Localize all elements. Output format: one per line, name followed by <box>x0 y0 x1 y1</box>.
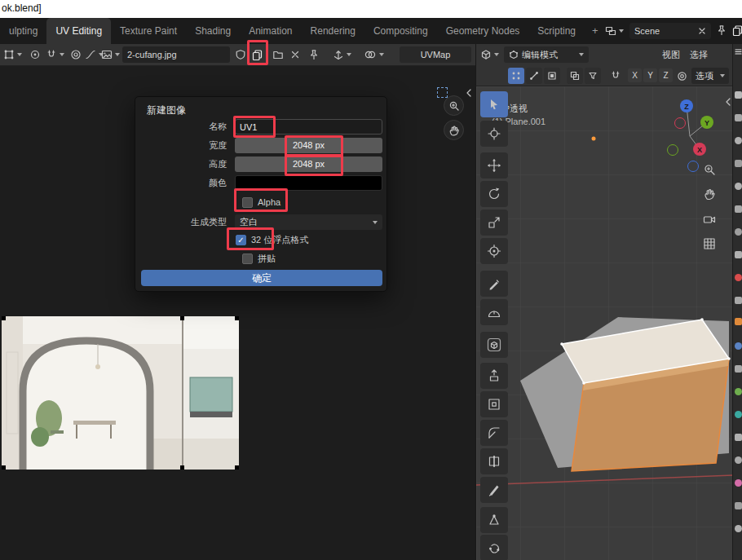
mode-selector[interactable]: 编辑模式 <box>504 46 589 63</box>
properties-tab-icon[interactable] <box>735 318 742 325</box>
tool-spin[interactable] <box>480 535 508 560</box>
pivot-point-button[interactable] <box>29 44 41 65</box>
tool-tweak-select[interactable] <box>480 91 508 117</box>
tab-scripting[interactable]: Scripting <box>528 18 585 44</box>
tab-rendering[interactable]: Rendering <box>302 18 364 44</box>
menu-select[interactable]: 选择 <box>690 44 708 65</box>
properties-tab-icon[interactable] <box>735 456 742 464</box>
axis-y-button[interactable]: Y <box>643 68 657 82</box>
navigation-gizmo[interactable]: Z Y X <box>645 96 733 186</box>
width-slider[interactable]: 2048 px <box>235 138 382 153</box>
tab-animation[interactable]: Animation <box>240 18 301 44</box>
viewport-zoom-button[interactable] <box>703 163 716 176</box>
snap-toggle[interactable] <box>610 65 621 86</box>
tool-add-cube[interactable] <box>480 332 508 358</box>
new-scene-button[interactable] <box>731 24 742 37</box>
ok-button[interactable]: 确定 <box>141 270 382 286</box>
scene-selector[interactable]: Scene <box>629 23 711 39</box>
scene-browse-dropdown[interactable] <box>605 25 624 37</box>
viewport-ortho-button[interactable] <box>703 237 716 250</box>
tab-texture-paint[interactable]: Texture Paint <box>111 18 186 44</box>
properties-tab-icon[interactable] <box>735 342 742 350</box>
tool-rotate[interactable] <box>480 181 508 207</box>
options-dropdown[interactable]: 选项 <box>691 68 729 84</box>
snap-dropdown[interactable] <box>46 44 64 65</box>
tiled-checkbox[interactable] <box>242 254 253 264</box>
tool-bevel[interactable] <box>480 420 508 446</box>
tab-compositing[interactable]: Compositing <box>364 18 437 44</box>
properties-tab-icon[interactable] <box>735 502 742 509</box>
overlays-dropdown[interactable] <box>364 44 384 65</box>
properties-tab-icon[interactable] <box>735 114 742 121</box>
fake-user-toggle[interactable] <box>235 44 246 65</box>
image-name-field[interactable]: 2-cufang.jpg <box>122 46 230 63</box>
select-mode-vertex[interactable] <box>508 68 524 84</box>
tool-inset[interactable] <box>480 391 508 417</box>
tab-uv-editing[interactable]: UV Editing <box>46 18 111 44</box>
tool-extrude[interactable] <box>480 363 508 389</box>
properties-tab-icon[interactable] <box>735 525 742 532</box>
editor-type-dropdown[interactable] <box>480 44 499 65</box>
tool-cursor[interactable] <box>480 121 508 147</box>
properties-tab-icon[interactable] <box>735 160 742 167</box>
properties-tab-icon[interactable] <box>735 297 742 304</box>
properties-tab-icon[interactable] <box>735 205 742 213</box>
uv-pan-button[interactable] <box>444 120 464 140</box>
properties-tab-icon[interactable] <box>735 228 742 236</box>
image-browse-dropdown[interactable] <box>101 44 120 65</box>
properties-tab-icon[interactable] <box>735 365 742 373</box>
properties-tab-icon[interactable] <box>735 411 742 418</box>
properties-tab-icon[interactable] <box>735 479 742 487</box>
tool-poly-build[interactable] <box>480 507 508 533</box>
uv-sync-select-icon[interactable] <box>437 87 448 98</box>
tab-geometry-nodes[interactable]: Geometry Nodes <box>437 18 529 44</box>
tab-add-button[interactable]: + <box>585 18 606 44</box>
viewport-3d[interactable]: 用户透视 (1) Plane.001 Z Y X <box>475 86 732 560</box>
alpha-checkbox[interactable] <box>242 197 253 208</box>
properties-tab-icon[interactable] <box>735 251 742 258</box>
unlink-image-button[interactable] <box>290 44 300 65</box>
name-input[interactable] <box>235 119 382 134</box>
tool-knife[interactable] <box>480 477 508 503</box>
axis-x-button[interactable]: X <box>628 68 642 82</box>
tool-annotate[interactable] <box>480 271 508 297</box>
uv-selectmode-dropdown[interactable] <box>3 44 22 65</box>
tool-loop-cut[interactable] <box>480 448 508 474</box>
color-swatch[interactable] <box>235 175 382 191</box>
open-image-button[interactable] <box>272 44 284 65</box>
generated-type-dropdown[interactable]: 空白 <box>235 214 382 230</box>
pin-button[interactable] <box>308 44 320 65</box>
tool-transform[interactable] <box>480 238 508 264</box>
viewport-pan-button[interactable] <box>703 187 716 201</box>
tab-sculpting[interactable]: ulpting <box>0 18 46 44</box>
properties-editor-icon[interactable] <box>734 47 742 56</box>
properties-tab-icon[interactable] <box>735 388 742 395</box>
axis-z-button[interactable]: Z <box>659 68 673 82</box>
scene-pin-button[interactable] <box>716 24 727 36</box>
tool-scale[interactable] <box>480 209 508 236</box>
properties-tab-icon[interactable] <box>735 274 742 281</box>
select-mode-edge[interactable] <box>526 68 542 84</box>
tab-shading[interactable]: Shading <box>186 18 240 44</box>
proportional-edit-button[interactable] <box>70 44 82 65</box>
tool-move[interactable] <box>480 152 508 179</box>
height-slider[interactable]: 2048 px <box>235 157 382 172</box>
chevron-down-icon <box>17 53 22 56</box>
properties-tab-icon[interactable] <box>735 91 742 99</box>
menu-view[interactable]: 视图 <box>662 44 680 65</box>
uvmap-selector[interactable]: UVMap <box>400 46 471 63</box>
select-mode-face[interactable] <box>544 68 560 84</box>
properties-tab-icon[interactable] <box>735 137 742 144</box>
xray-toggle[interactable] <box>567 68 583 84</box>
gizmo-dropdown[interactable] <box>333 44 351 65</box>
new-image-button[interactable] <box>251 44 263 65</box>
mesh-filter-toggle[interactable] <box>585 68 601 84</box>
properties-tab-icon[interactable] <box>735 434 742 441</box>
proportional-edit-toggle[interactable] <box>677 65 687 86</box>
uv-zoom-button[interactable] <box>444 95 464 116</box>
uv-collapse-arrow[interactable] <box>463 87 475 99</box>
float32-checkbox[interactable] <box>236 235 246 245</box>
tool-measure[interactable] <box>480 299 508 325</box>
properties-tab-icon[interactable] <box>735 183 742 190</box>
viewport-camera-button[interactable] <box>703 213 716 226</box>
